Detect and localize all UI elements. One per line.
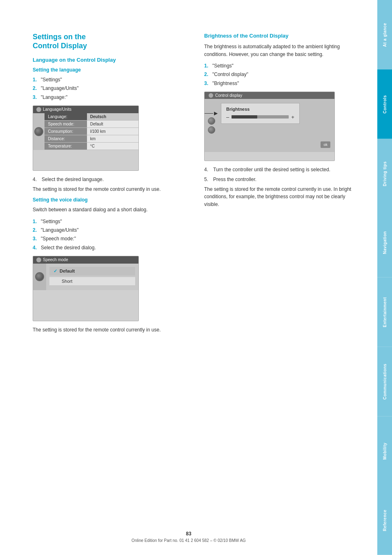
footer-text: Online Edition for Part no. 01 41 2 604 … <box>0 538 377 543</box>
brightness-title-text: Control display <box>215 93 242 98</box>
speech-items: ✓ Default Short <box>46 264 138 290</box>
table-cell-label: Temperature: <box>45 142 87 150</box>
voice-dialog-subheading: Setting the voice dialog <box>33 197 188 203</box>
step-2-voice: 2. "Language/Units" <box>33 226 188 234</box>
voice-dialog-steps: 1. "Settings" 2. "Language/Units" 3. "Sp… <box>33 218 188 252</box>
speech-knob-area <box>33 264 46 290</box>
sidebar-tab-reference[interactable]: Reference <box>377 486 392 555</box>
step-text: "Control display" <box>212 71 248 78</box>
screenshot-header-speech-title: Speech mode <box>43 257 68 262</box>
language-section-heading: Language on the Control Display <box>33 57 188 63</box>
brightness-screenshot: Control display ▶ <box>204 92 335 161</box>
language-table: Language: Deutsch Speech mode: Default C… <box>45 113 138 150</box>
step-text: "Language/Units" <box>41 226 79 234</box>
knob-container <box>33 113 45 150</box>
sidebar-tab-label: Navigation <box>383 231 387 254</box>
step-text: "Language/Units" <box>41 85 79 92</box>
step-num: 1. <box>33 218 39 226</box>
step-text: "Speech mode:" <box>41 235 76 243</box>
brightness-fill <box>232 115 257 119</box>
step-4-voice: 4. Select the desired dialog. <box>33 244 188 252</box>
step-2-lang: 2. "Language/Units" <box>33 85 188 92</box>
step-num: 3. <box>204 80 211 87</box>
brightness-intro: The brightness is automatically adapted … <box>204 43 359 58</box>
table-cell-value: km <box>87 135 138 142</box>
sidebar-tab-label: Driving tips <box>383 161 387 186</box>
step-num: 3. <box>33 235 39 243</box>
sidebar-tab-at-glance[interactable]: At a glance <box>377 0 392 69</box>
setting-language-steps: 1. "Settings" 2. "Language/Units" 3. "La… <box>33 76 188 101</box>
step-num: 4. <box>33 244 39 252</box>
step-num: 5. <box>204 176 211 183</box>
header-icon <box>36 107 41 112</box>
sidebar-tab-entertainment[interactable]: Entertainment <box>377 278 392 347</box>
screenshot-header-speech: Speech mode <box>33 256 138 264</box>
table-cell-value: °C <box>87 142 138 150</box>
voice-dialog-intro: Switch between a standard dialog and a s… <box>33 206 188 214</box>
speech-item-default: ✓ Default <box>49 267 135 275</box>
body-text-1: The setting is stored for the remote con… <box>33 186 188 193</box>
sidebar-tab-communications[interactable]: Communications <box>377 347 392 416</box>
brightness-step4-block: 4. Turn the controller until the desired… <box>204 166 359 173</box>
table-row: Speech mode: Default <box>45 120 138 128</box>
sidebar-tab-mobility[interactable]: Mobility <box>377 416 392 486</box>
screenshot-header: Language/Units <box>33 106 138 113</box>
setting-language-subheading: Setting the language <box>33 67 188 73</box>
table-row: Consumption: l/100 km <box>45 128 138 135</box>
step-text: "Language:" <box>41 94 67 101</box>
sidebar: At a glance Controls Driving tips Naviga… <box>377 0 392 555</box>
step-text: "Settings" <box>41 218 62 226</box>
sidebar-tab-label: Reference <box>383 510 387 531</box>
ok-button[interactable]: ok <box>321 141 330 148</box>
brightness-step-1: 1. "Settings" <box>204 62 359 70</box>
arrow-callout: ▶ <box>204 110 218 116</box>
step-num: 2. <box>204 71 211 78</box>
controller-knob <box>34 127 43 136</box>
sidebar-tab-navigation[interactable]: Navigation <box>377 208 392 278</box>
page-footer: 83 Online Edition for Part no. 01 41 2 6… <box>0 531 377 543</box>
arrow-line <box>204 113 213 114</box>
checkmark-icon: ✓ <box>53 269 57 274</box>
sidebar-tab-label: Mobility <box>383 442 387 459</box>
step-num: 2. <box>33 85 39 92</box>
minus-icon: – <box>226 114 229 120</box>
table-cell-value: Deutsch <box>87 113 138 121</box>
brightness-bar <box>232 115 289 119</box>
step-1-voice: 1. "Settings" <box>33 218 188 226</box>
step4-text-brightness: Turn the controller until the desired se… <box>213 166 330 173</box>
step-num: 4. <box>33 176 39 183</box>
step-text: "Brightness" <box>212 80 239 87</box>
controller-knob-speech <box>35 272 44 281</box>
table-cell-value: Default <box>87 120 138 128</box>
page-number: 83 <box>0 531 377 537</box>
sidebar-tab-label: Controls <box>383 95 387 113</box>
brightness-control-box: ▶ Brightness – + <box>221 103 300 124</box>
brightness-steps: 1. "Settings" 2. "Control display" 3. "B… <box>204 62 359 87</box>
sidebar-tab-controls[interactable]: Controls <box>377 69 392 139</box>
main-content: Settings on the Control Display Language… <box>0 0 377 555</box>
step-3-voice: 3. "Speech mode:" <box>33 235 188 243</box>
sidebar-tab-driving[interactable]: Driving tips <box>377 139 392 208</box>
brightness-body-area: ▶ Brightness – + o <box>205 99 334 152</box>
section-title: Settings on the Control Display <box>33 33 188 50</box>
step-3-lang: 3. "Language:" <box>33 94 188 101</box>
brightness-label-text: Brightness <box>226 107 294 112</box>
brightness-knobs <box>208 117 215 134</box>
step-num: 1. <box>204 62 211 70</box>
brightness-screenshot-inner: Control display ▶ <box>205 92 334 152</box>
header-icon-speech <box>36 257 41 262</box>
brightness-body: The setting is stored for the remote con… <box>204 186 359 208</box>
sidebar-tab-label: Entertainment <box>383 297 387 327</box>
step-num: 2. <box>33 226 39 234</box>
speech-item-label: Default <box>60 269 75 273</box>
sidebar-tab-label: Communications <box>383 364 387 400</box>
step-num: 1. <box>33 76 39 84</box>
step4-block: 4. Select the desired language. <box>33 176 188 183</box>
step4-text: Select the desired language. <box>42 176 104 183</box>
screenshot-body: Language: Deutsch Speech mode: Default C… <box>33 113 138 150</box>
brightness-step5-block: 5. Press the controller. <box>204 176 359 183</box>
table-cell-label: Consumption: <box>45 128 87 135</box>
step-1-lang: 1. "Settings" <box>33 76 188 84</box>
step-text: "Settings" <box>212 62 234 70</box>
step-text: Select the desired dialog. <box>41 244 96 252</box>
